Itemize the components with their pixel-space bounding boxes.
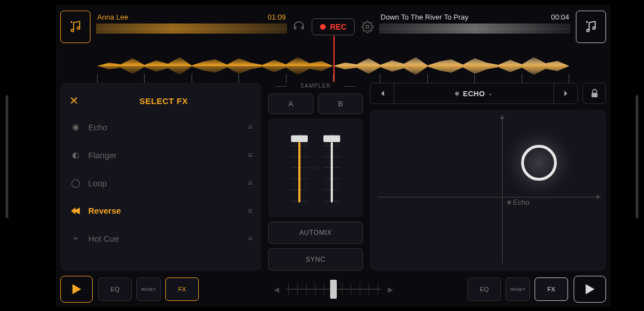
svg-point-0 [71, 29, 73, 31]
fx-item-flanger[interactable]: ◐ Flanger ≡ [67, 143, 255, 167]
deck-a-overview-waveform[interactable] [96, 23, 287, 41]
playhead-marker [333, 36, 335, 82]
record-button[interactable]: REC [312, 18, 355, 35]
svg-point-4 [593, 27, 595, 29]
load-track-b-button[interactable] [576, 11, 606, 43]
svg-rect-5 [591, 93, 598, 97]
chevron-down-icon: ⌄ [488, 91, 493, 96]
deck-a-time: 01:09 [268, 13, 286, 21]
deck-a-fx-button[interactable]: FX [165, 277, 199, 301]
record-label: REC [330, 22, 347, 31]
loop-icon: ◯ [70, 178, 80, 188]
sampler-section-label: SAMPLER [268, 83, 363, 89]
automix-button[interactable]: AUTOMIX [268, 222, 363, 244]
fx-lock-button[interactable] [583, 83, 606, 104]
fx-item-hotcue[interactable]: ⌁ Hot Cue ≡ [67, 227, 255, 250]
crossfader-left-icon: ◀ [274, 285, 279, 294]
fx-prev-button[interactable] [370, 90, 394, 97]
deck-b-overview-waveform[interactable] [379, 23, 570, 41]
deck-b-eq-button[interactable]: EQ [468, 277, 501, 301]
fx-select-panel: ✕ SELECT FX ◉ Echo ≡ ◐ Flanger ≡ ◯ Loop … [60, 83, 261, 271]
close-fx-button[interactable]: ✕ [69, 94, 80, 107]
flanger-icon: ◐ [70, 150, 80, 160]
headphones-icon[interactable] [293, 21, 305, 33]
active-fx-name: ECHO [463, 89, 485, 98]
fx-item-loop[interactable]: ◯ Loop ≡ [67, 171, 255, 195]
fx-next-button[interactable] [554, 90, 578, 97]
fx-item-label: Echo [88, 122, 240, 132]
echo-icon: ◉ [70, 122, 80, 132]
fx-item-label: Reverse [88, 206, 240, 215]
sync-button[interactable]: SYNC [268, 248, 363, 271]
fx-item-reverse[interactable]: Reverse ≡ [67, 199, 255, 222]
deck-b-fx-button[interactable]: FX [535, 277, 568, 301]
reorder-grip-icon[interactable]: ≡ [248, 122, 251, 131]
deck-b-time: 00:04 [551, 13, 569, 21]
fx-selector-dropdown[interactable]: ✱ ECHO ⌄ [394, 83, 554, 103]
deck-b-reset-button[interactable]: RESET [505, 277, 530, 301]
load-track-a-button[interactable] [60, 11, 90, 43]
play-icon [585, 284, 595, 294]
sampler-a-button[interactable]: A [268, 93, 313, 114]
svg-point-2 [366, 25, 370, 29]
hotcue-icon: ⌁ [70, 233, 80, 243]
sampler-b-button[interactable]: B [318, 93, 363, 114]
crossfader-right-icon: ▶ [388, 285, 393, 294]
fx-item-label: Loop [88, 178, 240, 188]
fx-item-echo[interactable]: ◉ Echo ≡ [67, 115, 255, 139]
crossfader[interactable] [286, 277, 381, 301]
reorder-grip-icon[interactable]: ≡ [248, 150, 251, 159]
lock-icon [590, 89, 599, 98]
svg-point-3 [586, 29, 589, 31]
music-note-add-icon [68, 20, 83, 34]
svg-point-1 [77, 27, 79, 29]
deck-a-eq-button[interactable]: EQ [98, 277, 132, 301]
fx-panel-title: SELECT FX [92, 96, 236, 106]
deck-a-play-button[interactable] [60, 276, 93, 303]
music-note-add-icon [584, 20, 598, 34]
deck-b-volume-fader[interactable] [323, 128, 340, 208]
reorder-grip-icon[interactable]: ≡ [248, 178, 251, 187]
deck-a-title: Anna Lee [97, 13, 128, 21]
xy-touch-point[interactable] [521, 145, 557, 181]
fx-item-label: Hot Cue [88, 234, 240, 243]
record-dot-icon [320, 24, 326, 30]
reorder-grip-icon[interactable]: ≡ [248, 234, 251, 243]
deck-a-volume-fader[interactable] [291, 128, 308, 208]
deck-b-play-button[interactable] [574, 276, 606, 303]
deck-b-title: Down To The River To Pray [380, 13, 469, 21]
fx-item-label: Flanger [88, 150, 240, 160]
play-icon [72, 284, 82, 294]
reorder-grip-icon[interactable]: ≡ [248, 206, 251, 215]
volume-label: VOL [309, 165, 321, 171]
xy-axis-label: Echo [513, 198, 529, 206]
reverse-icon [70, 208, 80, 214]
deck-a-reset-button[interactable]: RESET [136, 277, 161, 301]
settings-icon[interactable] [361, 21, 374, 33]
main-waveform[interactable] [58, 53, 608, 79]
fx-xy-pad[interactable]: ✱Echo [370, 110, 606, 271]
